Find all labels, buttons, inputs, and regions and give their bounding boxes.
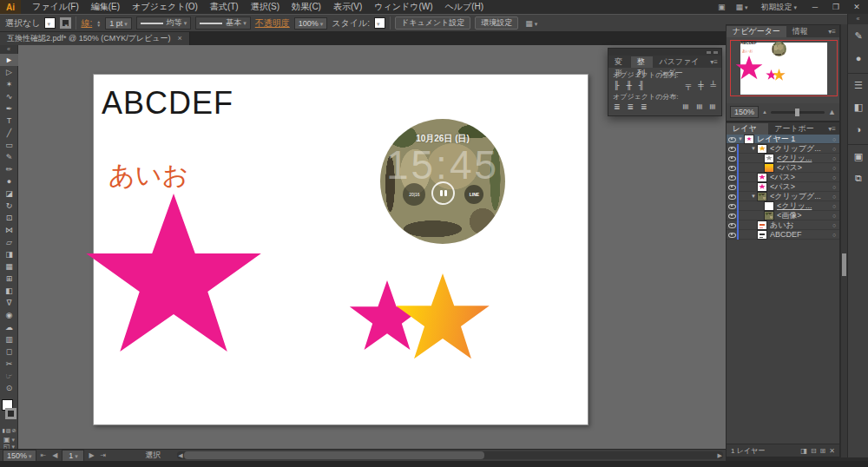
delete-layer-button[interactable]: ✕ [829,447,835,455]
navigator-menu-icon[interactable]: ▾≡ [825,26,839,37]
column-graph-tool[interactable]: ▥ [0,333,18,345]
symbol-sprayer-tool[interactable]: ☁ [0,321,18,333]
distribute-right-icon[interactable]: ≣ [708,103,717,110]
visibility-toggle-icon[interactable] [727,182,737,192]
zoom-out-icon[interactable]: ▲ [762,109,767,115]
direct-selection-tool[interactable]: ▷ [0,66,18,78]
visibility-toggle-icon[interactable] [727,201,737,211]
zoom-in-icon[interactable]: ▲ [828,108,836,116]
brushes-panel-icon[interactable]: ● [848,47,868,69]
menu-item-4[interactable]: 選択(S) [245,0,286,14]
visibility-toggle-icon[interactable] [727,173,737,182]
opacity-field[interactable]: 100% [294,17,328,30]
tab-close-icon[interactable]: × [178,32,182,45]
next-artboard-icon[interactable]: ▶ [87,451,95,459]
close-button[interactable]: ✕ [849,3,865,11]
target-circle-icon[interactable] [829,222,839,228]
arrange-documents-icon[interactable]: ▦ [733,3,750,11]
brush-definition-dropdown[interactable]: 基本 [195,16,251,30]
blob-brush-tool[interactable]: ● [0,175,18,187]
new-layer-button[interactable]: ⊞ [820,447,826,455]
stroke-color-swatch[interactable] [60,17,71,29]
none-button[interactable]: ⊘ [11,427,16,433]
layer-thumbnail[interactable] [764,211,774,220]
distribute-top-icon[interactable]: ≣ [614,102,621,111]
align-bottom-icon[interactable]: ╧ [711,81,716,89]
preferences-button[interactable]: 環境設定 [475,16,518,30]
symbols-panel-icon[interactable]: ⧉ [848,167,868,189]
paintbrush-tool[interactable]: ✎ [0,151,18,163]
scroll-left-icon[interactable]: ◀ [178,451,182,459]
target-circle-icon[interactable] [829,136,839,142]
layer-thumbnail[interactable] [764,201,774,211]
menu-item-1[interactable]: 編集(E) [85,0,126,14]
selection-tool[interactable]: ► [0,54,18,66]
workspace-switcher[interactable]: 初期設定 [755,2,802,13]
gradient-tool[interactable]: ◧ [0,285,18,297]
close-icon[interactable] [713,51,718,54]
navigator-tab-1[interactable]: 情報 [786,26,814,37]
stroke-width-field[interactable]: 1 pt [105,17,132,30]
align-middle-vertical-icon[interactable]: ╪ [698,81,703,89]
lasso-tool[interactable]: ∿ [0,90,18,102]
menu-item-0[interactable]: ファイル(F) [26,0,85,14]
navigator-preview[interactable]: ABCDEF あいお [727,37,839,103]
minimize-button[interactable]: ─ [807,3,823,11]
eraser-tool[interactable]: ◪ [0,187,18,200]
stroke-width-stepper[interactable]: ▲▼ [96,20,101,27]
rectangle-tool[interactable]: ▭ [0,139,18,151]
target-circle-icon[interactable] [829,174,839,181]
menu-item-5[interactable]: 効果(C) [286,0,327,14]
distribute-middle-icon[interactable]: ≣ [628,102,635,111]
visibility-toggle-icon[interactable] [727,163,737,173]
layer-thumbnail[interactable] [764,154,774,163]
blend-tool[interactable]: ◉ [0,309,18,321]
panel-scrollbar[interactable] [840,24,847,457]
scrollbar-thumb[interactable] [842,253,846,276]
layer-thumbnail[interactable] [757,182,767,192]
visibility-toggle-icon[interactable] [727,135,737,144]
color-button[interactable]: ▮ [2,427,4,433]
slice-tool[interactable]: ✂ [0,358,18,370]
zoom-tool[interactable]: ⊙ [0,382,18,394]
collapse-icon[interactable] [707,51,711,54]
width-profile-dropdown[interactable]: 均等 [136,16,192,30]
last-artboard-icon[interactable]: ⇥ [99,451,108,459]
layer-label[interactable]: あいお [770,220,829,231]
layer-thumbnail[interactable] [757,173,767,182]
layer-thumbnail[interactable] [744,135,754,144]
align-tab-1[interactable]: 整列 [631,56,654,68]
document-tab[interactable]: 互換性確認2.pdf* @ 150% (CMYK/プレビュー) × [0,32,190,45]
align-tab-2[interactable]: パスファインダー [653,56,707,68]
mesh-tool[interactable]: ⊞ [0,273,18,285]
target-circle-icon[interactable] [829,165,839,171]
navigator-zoom-slider[interactable] [771,111,825,114]
align-center-horizontal-icon[interactable]: ╫ [626,81,631,89]
document-setup-button[interactable]: ドキュメント設定 [395,16,470,30]
pen-tool[interactable]: ✒ [0,102,18,115]
magic-wand-tool[interactable]: ✶ [0,78,18,90]
perspective-grid-tool[interactable]: ▦ [0,260,18,273]
type-tool[interactable]: T [0,115,18,127]
text-object-aio[interactable]: あいお [108,158,188,194]
visibility-toggle-icon[interactable] [727,220,737,230]
more-options-icon[interactable]: ▦ [523,19,540,28]
menu-item-8[interactable]: ヘルプ(H) [439,0,490,14]
target-circle-icon[interactable] [829,184,839,190]
visibility-toggle-icon[interactable] [727,230,737,240]
layer-thumbnail[interactable] [757,220,767,230]
bridge-icon[interactable]: ▣ [715,3,728,11]
visibility-toggle-icon[interactable] [727,192,737,201]
target-circle-icon[interactable] [829,213,839,219]
artboard-number-field[interactable]: 1 [62,450,84,462]
restore-button[interactable]: ❐ [828,3,844,11]
first-artboard-icon[interactable]: ⇤ [39,451,49,459]
style-swatch[interactable] [374,17,385,29]
distribute-bottom-icon[interactable]: ≣ [641,102,648,111]
layer-thumbnail[interactable] [757,192,767,201]
layer-thumbnail[interactable] [757,144,767,154]
navigator-zoom-field[interactable]: 150% [730,106,759,118]
menu-item-2[interactable]: オブジェクト(O) [126,0,204,14]
stroke-panel-icon[interactable]: ☰ [848,73,868,95]
toolbar-collapse-icon[interactable]: « [0,45,17,54]
